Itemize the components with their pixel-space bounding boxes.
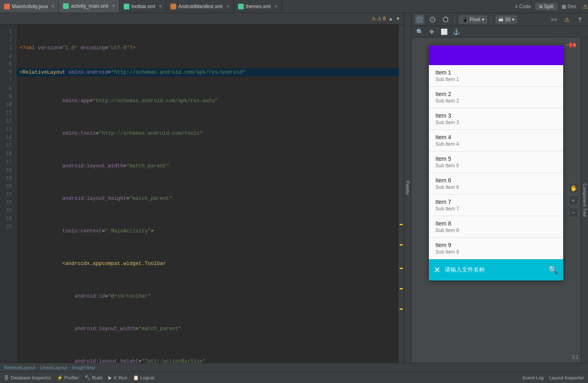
run-btn[interactable]: ▶ 4: Run — [108, 375, 127, 381]
search-submit-btn[interactable]: 🔍 — [548, 265, 558, 275]
tab-label-activity-main: activity_main.xml — [71, 3, 108, 9]
list-item-5-title: Item 5 — [435, 155, 557, 162]
svg-rect-1 — [418, 18, 421, 21]
view-mode-design[interactable]: ▦ Des — [557, 3, 580, 10]
tab-android-manifest[interactable]: AndroidManifest.xml ✕ — [166, 0, 234, 13]
view-mode-code[interactable]: ≡ Code — [511, 3, 535, 10]
main-area: ⚠ ⚠ 6 ▲ ▼ 12345 678910 1112131415 161718… — [0, 13, 588, 363]
list-item-3-sub: Sub Item 3 — [435, 120, 557, 125]
scroll-marker-2 — [400, 244, 403, 245]
code-content: 12345 678910 1112131415 1617181920 21222… — [0, 24, 404, 363]
profiler-btn[interactable]: ⚡ Profiler — [57, 375, 79, 381]
tab-close-activity-main[interactable]: ✕ — [112, 4, 115, 8]
tab-icon-activity-main — [63, 3, 69, 9]
list-item-6-sub: Sub Item 6 — [435, 184, 557, 190]
event-log-label: Event Log — [522, 375, 544, 380]
build-label: Build — [92, 375, 103, 380]
pin-icon: 📌 — [565, 39, 577, 51]
design-icon: ▦ — [562, 4, 566, 9]
hand-tool-btn[interactable]: 🖐 — [568, 183, 578, 193]
tab-close-android-manifest[interactable]: ✕ — [226, 4, 230, 9]
code-scrollbar[interactable] — [399, 24, 404, 363]
list-item-1-title: Item 1 — [435, 69, 557, 76]
help-btn[interactable]: ? — [575, 15, 585, 24]
list-item-5[interactable]: Item 5 Sub Item 5 — [429, 151, 563, 173]
code-line-1: <?xml version="1.0" encoding="utf-8"?> — [16, 44, 399, 52]
magnet-btn[interactable]: ⚓ — [451, 27, 461, 37]
svg-point-3 — [432, 19, 433, 20]
event-log-btn[interactable]: Event Log — [522, 375, 544, 380]
toggle-btn[interactable] — [441, 15, 450, 24]
breadcrumb-sep-2: › — [68, 365, 70, 370]
scroll-marker-1 — [400, 224, 403, 225]
list-item-7-sub: Sub Item 7 — [435, 206, 557, 212]
search-close-btn[interactable]: ✕ — [434, 265, 441, 275]
list-item-8-title: Item 8 — [435, 220, 557, 227]
list-item-9[interactable]: Item 9 Sub Item 9 — [429, 238, 563, 259]
blueprint-btn[interactable] — [428, 15, 437, 24]
device-dropdown[interactable]: 📱 Pixel ▾ — [459, 15, 487, 24]
pan-btn[interactable]: ✥ — [427, 27, 437, 37]
breadcrumb-bar: RelativeLayout › LinearLayout › ImageVie… — [0, 363, 588, 372]
tab-icon-android-manifest — [170, 4, 176, 9]
scroll-marker-4 — [400, 288, 403, 289]
ratio-label: 1:1 — [572, 355, 578, 359]
list-item-2-title: Item 2 — [435, 91, 557, 97]
warning-right-icon[interactable]: ⚠ — [562, 15, 572, 24]
zoom-dropdown[interactable]: 🏔 30 ▾ — [496, 15, 517, 24]
tab-bar: MainActivity.java ✕ activity_main.xml ✕ … — [0, 0, 588, 13]
list-item-3-title: Item 3 — [435, 112, 557, 119]
code-lines[interactable]: <?xml version="1.0" encoding="utf-8"?> C… — [16, 24, 399, 363]
search-input[interactable]: 请输入文件名称 — [445, 266, 544, 274]
toolbar-separator-1 — [455, 15, 455, 24]
list-item-3[interactable]: Item 3 Sub Item 3 — [429, 108, 563, 130]
list-item-9-title: Item 9 — [435, 242, 557, 248]
tab-toolbar-xml[interactable]: toolbar.xml ✕ — [120, 0, 166, 13]
list-item-8[interactable]: Item 8 Sub Item 8 — [429, 216, 563, 238]
tab-icon-main-activity — [4, 4, 10, 9]
view-mode-split[interactable]: ⧉ Split — [535, 3, 558, 10]
warning-count: ⚠ ⚠ 6 — [372, 16, 386, 22]
breadcrumb-item-3[interactable]: ImageView — [72, 365, 95, 370]
list-item-4[interactable]: Item 4 Sub Item 4 — [429, 130, 563, 151]
phone-toolbar — [429, 46, 563, 65]
logcat-btn[interactable]: 📋 Logcat — [133, 375, 155, 381]
search-bar: ✕ 请输入文件名称 🔍 — [429, 259, 563, 280]
help-icon: ? — [578, 16, 582, 23]
logcat-icon: 📋 — [133, 375, 139, 381]
palette-label: Palette — [405, 181, 410, 195]
fit-icon: ⬜ — [441, 28, 448, 35]
layout-inspector-btn[interactable]: Layout Inspector — [549, 375, 584, 380]
zoom-plus-btn[interactable]: + — [568, 195, 578, 205]
database-inspector-btn[interactable]: 🗄 Database Inspector — [4, 375, 51, 380]
list-item-6[interactable]: Item 6 Sub Item 6 — [429, 173, 563, 195]
list-item-1[interactable]: Item 1 Sub Item 1 — [429, 65, 563, 87]
tab-close-themes-xml[interactable]: ✕ — [274, 4, 278, 9]
breadcrumb-item-2[interactable]: LinearLayout — [40, 365, 67, 370]
tab-close-toolbar-xml[interactable]: ✕ — [159, 4, 162, 9]
code-line-4: xmlns:tools="http://schemas.android.com/… — [16, 125, 399, 142]
component-tree-panel[interactable]: Component Tree — [581, 37, 588, 363]
scroll-down-btn[interactable]: ▼ — [396, 16, 400, 22]
magnet-icon: ⚓ — [453, 28, 460, 35]
list-item-2[interactable]: Item 2 Sub Item 2 — [429, 87, 563, 108]
tab-themes-xml[interactable]: themes.xml ✕ — [234, 0, 282, 13]
scroll-up-btn[interactable]: ▲ — [388, 16, 393, 22]
build-btn[interactable]: 🔨 Build — [85, 375, 103, 381]
palette-sidebar[interactable]: Palette — [404, 13, 411, 363]
breadcrumb-item-1[interactable]: RelativeLayout — [4, 365, 35, 370]
tab-close-main-activity[interactable]: ✕ — [51, 4, 55, 9]
right-panel: 📱 Pixel ▾ 🏔 30 ▾ >> ⚠ ? 🔍 — [411, 13, 588, 363]
tab-activity-main[interactable]: activity_main.xml ✕ — [59, 0, 119, 13]
code-header: ⚠ ⚠ 6 ▲ ▼ — [0, 13, 404, 24]
list-item-8-sub: Sub Item 8 — [435, 228, 557, 233]
fit-screen-btn[interactable]: ⬜ — [439, 27, 449, 37]
list-item-7[interactable]: Item 7 Sub Item 7 — [429, 195, 563, 216]
zoom-minus-btn[interactable]: − — [568, 208, 578, 217]
zoom-in-btn[interactable]: 🔍 — [415, 27, 424, 37]
expand-btn[interactable]: >> — [549, 15, 559, 24]
design-surface-btn[interactable] — [415, 15, 424, 24]
tab-main-activity[interactable]: MainActivity.java ✕ — [0, 0, 59, 13]
toggle-icon — [442, 16, 449, 23]
profiler-icon: ⚡ — [57, 375, 63, 381]
